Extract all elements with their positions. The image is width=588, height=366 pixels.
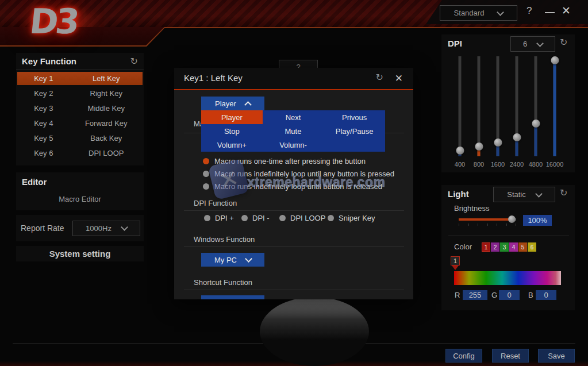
slider-thumb[interactable] — [532, 120, 540, 128]
menu-item-player[interactable]: Player — [201, 110, 263, 124]
light-mode-value: Static — [507, 190, 526, 199]
b-value-field[interactable]: 0 — [536, 290, 556, 300]
slider-track[interactable] — [497, 56, 499, 156]
slider-track[interactable] — [478, 56, 481, 156]
app-logo: D3 — [28, 1, 79, 42]
player-function-dropdown[interactable]: Player — [201, 97, 264, 110]
light-mode-dropdown[interactable]: Static — [493, 187, 555, 202]
slider-thumb[interactable] — [494, 138, 502, 147]
key-row-3[interactable]: Key 3 Middle Key — [17, 102, 143, 115]
slider-label: 2400 — [507, 161, 526, 168]
radio-label: Macro runs one-time after pressing the b… — [214, 157, 366, 165]
radio-icon[interactable] — [241, 215, 248, 221]
slider-track[interactable] — [459, 56, 462, 156]
config-button[interactable]: Config — [445, 349, 482, 363]
dpi-stage-dropdown[interactable]: 6 — [510, 36, 555, 52]
dpi-slider-2400[interactable]: 2400 — [507, 56, 526, 179]
slider-label: 400 — [450, 161, 470, 168]
color-swatch-3[interactable]: 3 — [500, 242, 509, 252]
macro-editor-item[interactable]: Macro Editor — [16, 195, 144, 203]
profile-dropdown-value: Standard — [454, 9, 485, 17]
color-swatches: 1 2 3 4 5 6 — [482, 242, 536, 252]
key-label: Key 3 — [17, 104, 70, 113]
report-rate-value: 1000Hz — [86, 224, 112, 233]
radio-icon[interactable] — [204, 215, 210, 221]
slider-thumb[interactable] — [475, 142, 483, 151]
slider-fill — [535, 124, 537, 156]
slider-track[interactable] — [554, 56, 556, 156]
menu-item-stop[interactable]: Stop — [201, 124, 263, 138]
dpi-slider-1600[interactable]: 1600 — [488, 56, 508, 179]
sniper-key-option[interactable]: Sniper Key — [328, 214, 375, 222]
report-rate-dropdown[interactable]: 1000Hz — [72, 221, 140, 236]
r-value-field[interactable]: 255 — [463, 290, 487, 300]
color-swatch-2[interactable]: 2 — [491, 242, 499, 252]
radio-selected-icon[interactable] — [203, 158, 209, 164]
windows-function-dropdown[interactable]: My PC — [201, 253, 264, 267]
dpi-title: DPI — [448, 38, 462, 48]
dpi-slider-4800[interactable]: 4800 — [526, 56, 545, 179]
radio-icon[interactable] — [203, 171, 209, 177]
brightness-slider[interactable] — [459, 218, 516, 221]
color-swatch-6[interactable]: 6 — [528, 242, 536, 252]
radio-label: Macro runs indefinitely loop until any b… — [214, 169, 394, 178]
macro-option-loop-any-button[interactable]: Macro runs indefinitely loop until any b… — [203, 169, 394, 178]
color-swatch-4[interactable]: 4 — [509, 242, 518, 252]
light-divider — [448, 236, 569, 236]
macro-option-loop-released[interactable]: Macro runs indefinitely loop until butto… — [203, 182, 382, 191]
dpi-loop-option[interactable]: DPI LOOP — [279, 214, 325, 222]
dpi-minus-option[interactable]: DPI - — [241, 214, 270, 222]
menu-item-volumn-minus[interactable]: Volumn- — [263, 138, 324, 152]
slider-thumb[interactable] — [551, 56, 559, 64]
key-row-2[interactable]: Key 2 Right Key — [17, 87, 143, 100]
macro-option-one-time[interactable]: Macro runs one-time after pressing the b… — [203, 157, 366, 165]
slider-track[interactable] — [535, 56, 537, 156]
key-label: Key 5 — [17, 134, 70, 142]
reset-button[interactable]: Reset — [492, 349, 529, 363]
menu-item-mute[interactable]: Mute — [263, 124, 324, 138]
key-row-5[interactable]: Key 5 Back Key — [17, 132, 143, 145]
key-function-title: Key Function — [22, 56, 76, 66]
key-label: Key 6 — [17, 149, 70, 157]
help-button[interactable]: ? — [526, 5, 532, 17]
radio-label: DPI LOOP — [290, 214, 325, 222]
refresh-icon[interactable]: ↻ — [376, 73, 383, 82]
key-row-4[interactable]: Key 4 Forward Key — [17, 117, 143, 130]
key-row-1[interactable]: Key 1 Left Key — [17, 72, 143, 85]
radio-icon[interactable] — [279, 215, 286, 221]
slider-thumb[interactable] — [456, 147, 464, 155]
close-button[interactable]: ✕ — [562, 4, 571, 17]
radio-icon[interactable] — [328, 215, 334, 221]
brightness-fill — [459, 218, 512, 221]
menu-item-play-pause[interactable]: Play/Pause — [324, 124, 385, 138]
refresh-icon[interactable]: ↻ — [130, 57, 138, 66]
brightness-thumb[interactable] — [508, 215, 516, 223]
system-setting-panel[interactable]: System setting — [16, 246, 144, 261]
save-button[interactable]: Save — [538, 349, 575, 363]
color-swatch-1[interactable]: 1 — [482, 242, 490, 252]
hue-gradient-bar[interactable] — [454, 271, 561, 285]
dpi-slider-16000[interactable]: 16000 — [545, 56, 564, 179]
section-divider — [184, 210, 404, 211]
menu-item-volumn-plus[interactable]: Volumn+ — [201, 138, 263, 152]
refresh-icon[interactable]: ↻ — [560, 188, 567, 198]
slider-thumb[interactable] — [513, 133, 521, 141]
refresh-icon[interactable]: ↻ — [560, 38, 567, 47]
shortcut-dropdown-partial — [201, 295, 264, 299]
radio-icon[interactable] — [203, 183, 209, 190]
menu-item-privous[interactable]: Privous — [324, 110, 385, 124]
dialog-close-icon[interactable]: ✕ — [395, 72, 403, 84]
g-value-field[interactable]: 0 — [499, 290, 520, 300]
menu-item-next[interactable]: Next — [263, 110, 324, 124]
color-swatch-5[interactable]: 5 — [518, 242, 527, 252]
dpi-slider-400[interactable]: 400 — [450, 56, 470, 179]
key-row-6[interactable]: Key 6 DPI LOOP — [17, 147, 143, 160]
dpi-plus-option[interactable]: DPI + — [204, 214, 234, 222]
minimize-button[interactable] — [545, 12, 555, 13]
profile-dropdown[interactable]: Standard — [440, 5, 517, 21]
dialog-titlebar: Key1 : Left Key ↻ ✕ — [174, 68, 413, 90]
dpi-slider-800[interactable]: 800 — [469, 56, 489, 179]
light-panel: Light Static ↻ Brightness 100% Color 1 2… — [441, 185, 575, 310]
slider-track[interactable] — [516, 56, 518, 156]
hue-marker[interactable]: 1 — [451, 256, 460, 265]
